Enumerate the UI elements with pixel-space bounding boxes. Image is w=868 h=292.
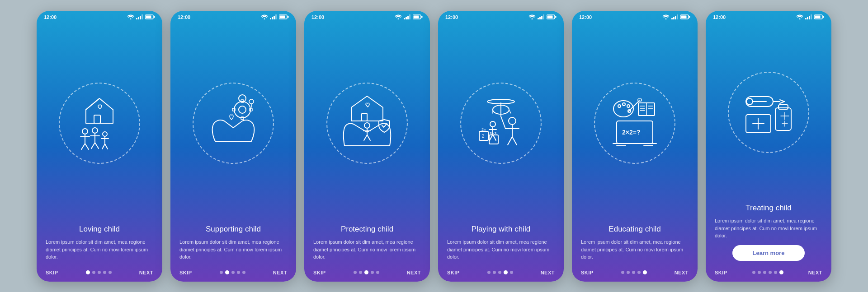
svg-point-58 — [532, 19, 533, 20]
svg-line-76 — [501, 116, 505, 129]
svg-point-82 — [490, 121, 495, 127]
svg-rect-46 — [407, 16, 409, 19]
time-1: 12:00 — [44, 14, 57, 20]
dot-6-5 — [779, 270, 783, 274]
svg-rect-129 — [778, 105, 788, 109]
skip-3[interactable]: SKIP — [313, 270, 326, 275]
svg-rect-4 — [142, 14, 143, 19]
svg-rect-30 — [275, 14, 277, 19]
svg-rect-49 — [414, 16, 419, 19]
svg-point-71 — [509, 117, 516, 125]
dot-5-3 — [637, 271, 641, 274]
signal-icon-2 — [270, 14, 277, 19]
dot-6-2 — [763, 271, 766, 274]
dots-2 — [220, 270, 245, 274]
next-6[interactable]: NEXT — [808, 270, 822, 275]
illustration-1 — [37, 22, 162, 225]
svg-line-125 — [780, 102, 784, 103]
svg-rect-7 — [154, 16, 155, 18]
svg-rect-94 — [689, 16, 690, 18]
svg-point-0 — [130, 19, 132, 20]
treat-icon — [737, 81, 800, 144]
phone-body-1: Lorem ipsum dolor sit dim amet, mea regi… — [46, 238, 153, 261]
next-2[interactable]: NEXT — [273, 270, 287, 275]
status-icons-1 — [127, 14, 155, 19]
dot-3-3 — [371, 271, 374, 274]
phone-body-5: Lorem ipsum dolor sit dim amet, mea regi… — [581, 238, 689, 261]
svg-rect-2 — [138, 17, 139, 20]
next-3[interactable]: NEXT — [407, 270, 421, 275]
svg-rect-115 — [805, 18, 807, 19]
learn-more-button[interactable]: Learn more — [732, 245, 805, 261]
next-5[interactable]: NEXT — [675, 270, 689, 275]
skip-4[interactable]: SKIP — [447, 270, 460, 275]
phone-loving-child: 12:00 — [37, 11, 162, 282]
battery-icon-6 — [814, 14, 824, 19]
nav-bar-1: SKIP NEXT — [37, 265, 162, 282]
dot-6-3 — [769, 271, 772, 274]
dot-1-4 — [108, 271, 112, 274]
svg-rect-128 — [775, 108, 791, 130]
dot-2-2 — [231, 271, 235, 274]
status-icons-5 — [662, 14, 690, 19]
dot-2-1 — [225, 270, 229, 274]
time-3: 12:00 — [311, 14, 324, 20]
battery-icon-5 — [680, 14, 690, 19]
svg-line-25 — [105, 144, 108, 149]
dot-3-1 — [359, 271, 362, 274]
svg-rect-89 — [673, 17, 675, 20]
svg-text:2=: 2= — [481, 127, 486, 132]
svg-rect-62 — [543, 14, 544, 19]
status-bar-2: 12:00 — [170, 11, 296, 22]
time-6: 12:00 — [713, 14, 726, 20]
status-bar-4: 12:00 — [438, 11, 564, 22]
next-1[interactable]: NEXT — [139, 270, 153, 275]
svg-rect-90 — [675, 16, 676, 19]
svg-rect-3 — [140, 16, 141, 19]
svg-rect-52 — [362, 113, 367, 121]
phone-title-4: Playing with child — [447, 225, 555, 234]
svg-point-96 — [618, 105, 621, 107]
skip-5[interactable]: SKIP — [581, 270, 594, 275]
svg-rect-60 — [539, 17, 541, 20]
illustration-5: 2×2=? — [572, 22, 698, 225]
dot-2-4 — [242, 271, 245, 274]
dot-6-4 — [774, 271, 777, 274]
svg-line-14 — [81, 144, 85, 149]
svg-rect-45 — [406, 17, 407, 20]
dot-1-2 — [98, 271, 101, 274]
nav-bar-3: SKIP NEXT — [304, 265, 430, 282]
illustration-6 — [706, 22, 831, 204]
svg-point-87 — [665, 19, 667, 20]
dot-2-0 — [220, 271, 223, 274]
support-icon — [202, 92, 265, 155]
svg-marker-8 — [86, 98, 113, 123]
nav-bar-5: SKIP NEXT — [572, 265, 698, 282]
dot-1-0 — [86, 270, 90, 274]
dashed-circle-4: 2 2= 5+3 — [460, 83, 542, 164]
battery-icon — [145, 14, 155, 19]
dot-6-0 — [752, 271, 755, 274]
svg-rect-116 — [807, 17, 808, 20]
skip-6[interactable]: SKIP — [715, 270, 727, 275]
wifi-icon-3 — [395, 14, 402, 19]
dots-6 — [752, 270, 783, 274]
signal-icon-4 — [538, 14, 545, 19]
signal-icon-5 — [671, 14, 679, 19]
wifi-icon-5 — [662, 14, 670, 19]
dot-5-0 — [621, 271, 624, 274]
battery-icon-4 — [547, 14, 557, 19]
dashed-circle-2 — [193, 83, 274, 164]
svg-line-70 — [509, 110, 511, 113]
skip-2[interactable]: SKIP — [179, 270, 192, 275]
skip-1[interactable]: SKIP — [46, 270, 58, 275]
svg-line-15 — [85, 144, 89, 149]
svg-rect-50 — [421, 16, 423, 18]
phone-protecting-child: 12:00 — [304, 11, 430, 282]
svg-point-35 — [239, 106, 246, 113]
status-icons-4 — [528, 14, 557, 19]
phone-body-6: Lorem ipsum dolor sit dim amet, mea regi… — [715, 217, 822, 240]
illustration-2 — [170, 22, 296, 225]
dot-5-2 — [632, 271, 635, 274]
next-4[interactable]: NEXT — [541, 270, 555, 275]
